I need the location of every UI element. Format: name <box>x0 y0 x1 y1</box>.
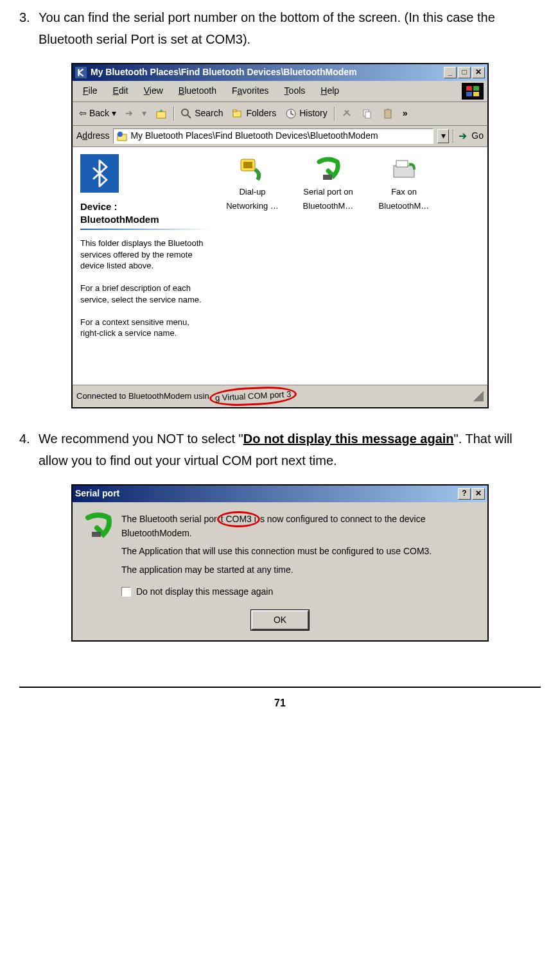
explorer-window: My Bluetooth Places\Find Bluetooth Devic… <box>71 63 489 408</box>
page-number: 71 <box>19 687 541 718</box>
service-serial[interactable]: Serial port on BluetoothM… <box>299 157 357 213</box>
svg-rect-19 <box>323 175 332 180</box>
service-label: Dial-up Networking … <box>223 185 281 213</box>
highlight-circle: t COM3 i <box>217 511 260 528</box>
windows-logo-icon <box>462 83 484 100</box>
step4-prefix: We recommend you NOT to select " <box>39 432 243 446</box>
svg-rect-2 <box>473 86 479 91</box>
svg-rect-0 <box>75 67 87 78</box>
step-4: 4. We recommend you NOT to select "Do no… <box>19 428 541 471</box>
svg-line-7 <box>188 115 191 118</box>
highlight-circle: g Virtual COM port 3 <box>209 385 297 407</box>
address-value: My Bluetooth Places\Find Bluetooth Devic… <box>130 128 378 144</box>
search-button[interactable]: Search <box>178 105 225 123</box>
resize-grip-icon[interactable] <box>473 391 484 401</box>
step-text: We recommend you NOT to select "Do not d… <box>39 428 541 471</box>
connection-icon <box>84 511 112 539</box>
folders-icon <box>232 108 243 119</box>
close-button[interactable]: ✕ <box>472 488 485 500</box>
maximize-button[interactable]: □ <box>458 67 471 78</box>
checkbox-row: Do not display this message again <box>121 586 476 599</box>
back-label: Back <box>89 106 109 121</box>
up-button[interactable] <box>153 107 170 121</box>
dialup-icon <box>223 157 281 182</box>
content-area: Device : BluetoothModem This folder disp… <box>73 147 487 385</box>
menu-view[interactable]: View <box>137 82 170 100</box>
status-text: Connected to BluetoothModem using Virtua… <box>76 387 473 405</box>
svg-rect-20 <box>394 166 414 177</box>
info-pane: Device : BluetoothModem This folder disp… <box>73 148 217 385</box>
history-button[interactable]: History <box>283 105 330 123</box>
svg-point-16 <box>118 132 123 137</box>
step-number: 3. <box>19 6 39 50</box>
back-arrow-icon: ⇦ <box>79 106 87 121</box>
dialog-title: Serial port <box>75 486 458 502</box>
forward-button[interactable]: ➔ <box>123 105 136 123</box>
service-fax[interactable]: Fax on BluetoothM… <box>375 157 433 213</box>
service-dialup[interactable]: Dial-up Networking … <box>223 157 281 213</box>
d-line1a: The Bluetooth serial por <box>121 514 217 524</box>
folders-label: Folders <box>246 106 276 121</box>
address-label: Address <box>76 128 109 144</box>
dialog-titlebar[interactable]: Serial port ? ✕ <box>73 486 487 502</box>
step4-bold: Do not display this message again <box>243 432 454 446</box>
copy-icon <box>362 108 373 119</box>
info-text-1: This folder displays the Bluetooth servi… <box>80 238 209 272</box>
window-controls: _ □ ✕ <box>444 67 485 78</box>
info-text-3: For a context sensitive menu, right-clic… <box>80 317 209 339</box>
menu-help[interactable]: Help <box>314 82 346 100</box>
window-title: My Bluetooth Places\Find Bluetooth Devic… <box>91 65 444 80</box>
menu-bar: File Edit View Bluetooth Favorites Tools… <box>73 81 487 102</box>
device-label: Device : <box>80 200 209 213</box>
svg-rect-14 <box>387 109 389 110</box>
menu-bluetooth[interactable]: Bluetooth <box>172 82 223 100</box>
menu-file[interactable]: File <box>76 82 104 100</box>
svg-rect-5 <box>157 112 166 118</box>
overflow-chevron[interactable]: » <box>403 106 408 121</box>
info-text-2: For a brief description of each service,… <box>80 283 209 305</box>
dropdown-icon: ▾ <box>112 106 116 121</box>
back-button[interactable]: ⇦ Back ▾ <box>76 105 119 123</box>
ok-button[interactable]: OK <box>251 610 309 631</box>
copy-button[interactable] <box>359 107 376 121</box>
status-bar: Connected to BluetoothModem using Virtua… <box>73 385 487 407</box>
svg-rect-4 <box>473 92 479 96</box>
status-prefix: Connected to BluetoothModem usin <box>76 391 209 401</box>
menu-favorites[interactable]: Favorites <box>225 82 276 100</box>
step-number: 4. <box>19 428 39 471</box>
address-bar: Address My Bluetooth Places\Find Bluetoo… <box>73 126 487 147</box>
titlebar[interactable]: My Bluetooth Places\Find Bluetooth Devic… <box>73 64 487 81</box>
menu-tools[interactable]: Tools <box>278 82 312 100</box>
dialog-line1: The Bluetooth serial port COM3 is now co… <box>121 511 476 540</box>
menu-edit[interactable]: Edit <box>107 82 135 100</box>
step-text: You can find the serial port number on t… <box>39 6 541 50</box>
svg-rect-12 <box>365 112 371 118</box>
paste-button[interactable] <box>380 107 396 121</box>
bluetooth-logo-icon <box>80 154 119 193</box>
folders-button[interactable]: Folders <box>229 105 279 123</box>
dialog-line3: The application may be started at any ti… <box>121 564 476 577</box>
device-name: BluetoothModem <box>80 213 209 226</box>
serial-icon <box>299 157 357 182</box>
close-button[interactable]: ✕ <box>472 67 485 78</box>
go-button[interactable]: Go <box>457 128 484 144</box>
dropdown-icon[interactable]: ▾ <box>139 105 149 123</box>
d-line1-hl: t COM3 i <box>221 514 256 524</box>
address-dropdown[interactable]: ▾ <box>437 129 449 143</box>
svg-rect-9 <box>233 110 236 112</box>
svg-rect-21 <box>396 161 408 167</box>
go-icon <box>457 130 469 142</box>
svg-rect-18 <box>243 162 252 168</box>
minimize-button[interactable]: _ <box>444 67 457 78</box>
service-label: Fax on BluetoothM… <box>375 185 433 213</box>
fax-icon <box>375 157 433 182</box>
search-icon <box>180 108 192 119</box>
step-3: 3. You can find the serial port number o… <box>19 6 541 50</box>
address-input[interactable]: My Bluetooth Places\Find Bluetooth Devic… <box>113 128 433 144</box>
dialog-controls: ? ✕ <box>458 488 485 500</box>
svg-point-6 <box>182 109 188 116</box>
dialog-line2: The Application that will use this conne… <box>121 545 476 558</box>
help-button[interactable]: ? <box>458 488 471 500</box>
cut-button[interactable] <box>338 107 355 121</box>
do-not-display-checkbox[interactable] <box>121 587 131 597</box>
